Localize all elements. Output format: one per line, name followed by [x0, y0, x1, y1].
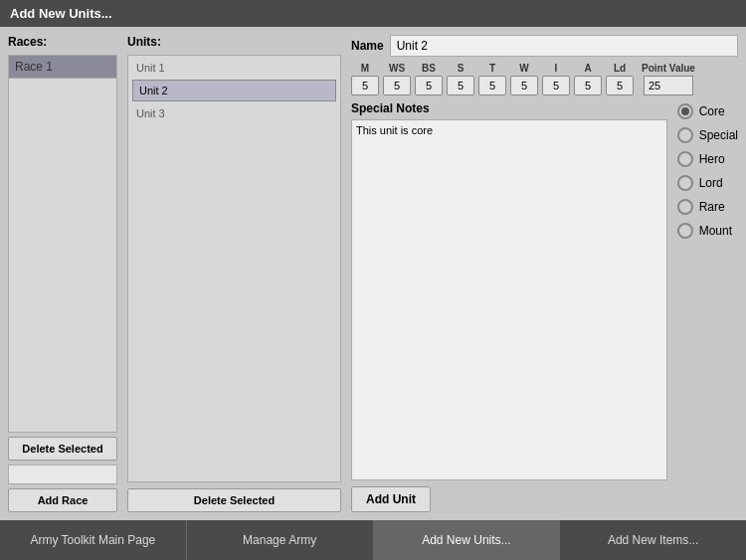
stat-group-s: S: [447, 63, 474, 95]
details-panel: Name MWSBSSTWIALdPoint Value Special Not…: [351, 35, 738, 512]
nav-item-add_units[interactable]: Add New Units...: [374, 520, 561, 560]
name-row: Name: [351, 35, 738, 57]
radio-item-lord[interactable]: Lord: [677, 175, 738, 191]
title-text: Add New Units...: [10, 6, 112, 21]
stat-input-m[interactable]: [351, 76, 379, 95]
races-actions: Delete Selected Add Race: [8, 437, 117, 512]
stat-input-s[interactable]: [447, 76, 474, 95]
unit-item-selected[interactable]: Unit 2: [132, 80, 336, 101]
stat-input-t[interactable]: [478, 76, 506, 95]
stat-input-ws[interactable]: [383, 76, 411, 95]
stat-group-bs: BS: [415, 63, 443, 95]
add-unit-row: Add Unit: [351, 486, 738, 512]
radio-group: CoreSpecialHeroLordRareMount: [677, 101, 738, 480]
radio-item-hero[interactable]: Hero: [677, 151, 738, 167]
races-list: Race 1: [8, 55, 117, 433]
nav-item-add_items[interactable]: Add New Items...: [560, 520, 746, 560]
stat-input-w[interactable]: [510, 76, 538, 95]
units-panel: Units: Unit 1 Unit 2 Unit 3 Delete Selec…: [127, 35, 341, 512]
stat-label-bs: BS: [422, 63, 436, 74]
race-name-input[interactable]: [8, 465, 117, 484]
notes-radio-row: Special Notes CoreSpecialHeroLordRareMou…: [351, 101, 738, 480]
units-actions: Delete Selected: [127, 488, 341, 512]
name-label: Name: [351, 39, 384, 53]
stat-label-a: A: [584, 63, 591, 74]
delete-race-button[interactable]: Delete Selected: [8, 437, 117, 461]
stat-label-ld: Ld: [614, 63, 626, 74]
stat-group-m: M: [351, 63, 379, 95]
radio-label-rare: Rare: [699, 200, 725, 214]
stat-input-a[interactable]: [574, 76, 602, 95]
title-bar: Add New Units...: [0, 0, 746, 27]
radio-item-core[interactable]: Core: [677, 103, 738, 119]
stat-group-w: W: [510, 63, 538, 95]
stat-group-ws: WS: [383, 63, 411, 95]
stat-label-ws: WS: [389, 63, 405, 74]
radio-label-core: Core: [699, 104, 725, 118]
stat-group-i: I: [542, 63, 570, 95]
radio-label-mount: Mount: [699, 224, 732, 238]
race-item[interactable]: Race 1: [9, 56, 116, 79]
stat-label-w: W: [519, 63, 528, 74]
radio-circle-core[interactable]: [677, 103, 693, 119]
races-panel: Races: Race 1 Delete Selected Add Race: [8, 35, 117, 512]
stat-label-m: M: [361, 63, 369, 74]
unit3-outside-label: Unit 3: [132, 105, 336, 121]
stat-label-i: I: [555, 63, 558, 74]
radio-circle-special[interactable]: [677, 127, 693, 143]
bottom-nav: Army Toolkit Main PageManage ArmyAdd New…: [0, 520, 746, 560]
units-list: Unit 1 Unit 2 Unit 3: [127, 55, 341, 482]
special-notes-textarea[interactable]: [351, 119, 667, 480]
stat-input-bs[interactable]: [415, 76, 443, 95]
point-value-group: Point Value: [642, 63, 695, 95]
stat-label-t: T: [489, 63, 495, 74]
stat-input-i[interactable]: [542, 76, 570, 95]
stat-label-s: S: [458, 63, 465, 74]
delete-unit-button[interactable]: Delete Selected: [127, 488, 341, 512]
stat-group-ld: Ld: [606, 63, 634, 95]
nav-item-main[interactable]: Army Toolkit Main Page: [0, 520, 187, 560]
point-value-input[interactable]: [644, 76, 693, 95]
unit1-outside-label: Unit 1: [132, 60, 336, 76]
stat-group-t: T: [478, 63, 506, 95]
units-label: Units:: [127, 35, 341, 49]
add-unit-button[interactable]: Add Unit: [351, 486, 431, 512]
radio-label-hero: Hero: [699, 152, 725, 166]
radio-circle-mount[interactable]: [677, 223, 693, 239]
nav-item-manage[interactable]: Manage Army: [187, 520, 374, 560]
radio-label-special: Special: [699, 128, 738, 142]
stats-row: MWSBSSTWIALdPoint Value: [351, 63, 738, 95]
stat-group-a: A: [574, 63, 602, 95]
radio-item-mount[interactable]: Mount: [677, 223, 738, 239]
name-input[interactable]: [390, 35, 738, 57]
radio-label-lord: Lord: [699, 176, 723, 190]
races-label: Races:: [8, 35, 117, 49]
radio-circle-lord[interactable]: [677, 175, 693, 191]
radio-circle-rare[interactable]: [677, 199, 693, 215]
notes-section: Special Notes: [351, 101, 667, 480]
radio-circle-hero[interactable]: [677, 151, 693, 167]
radio-item-special[interactable]: Special: [677, 127, 738, 143]
special-notes-label: Special Notes: [351, 101, 667, 115]
main-content: Races: Race 1 Delete Selected Add Race U…: [0, 27, 746, 520]
stat-input-ld[interactable]: [606, 76, 634, 95]
radio-item-rare[interactable]: Rare: [677, 199, 738, 215]
point-value-label: Point Value: [642, 63, 695, 74]
add-race-button[interactable]: Add Race: [8, 488, 117, 512]
